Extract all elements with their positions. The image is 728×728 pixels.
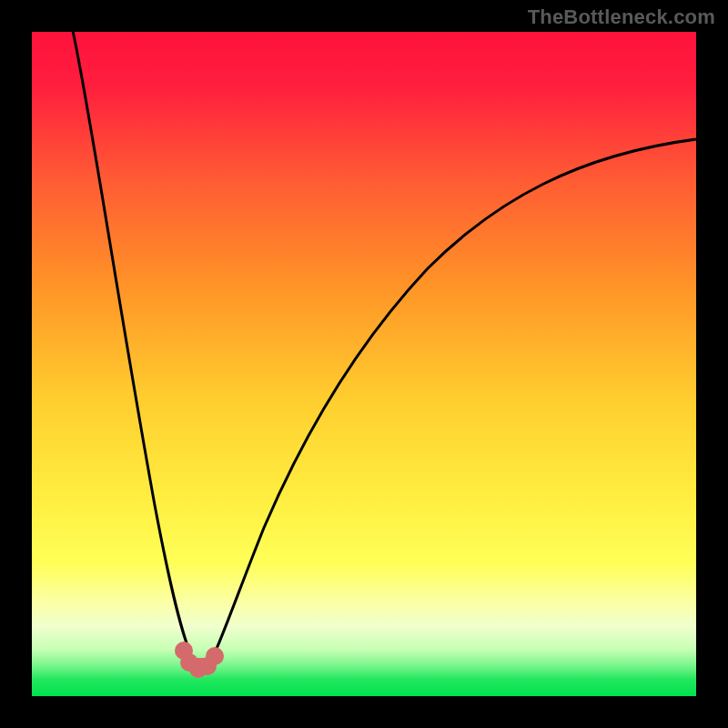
svg-rect-6 — [187, 658, 212, 672]
plot-area — [32, 32, 696, 696]
chart-frame: TheBottleneck.com — [0, 0, 728, 728]
bottleneck-curve — [32, 32, 696, 696]
watermark-text: TheBottleneck.com — [528, 5, 715, 29]
curve-path — [71, 32, 696, 669]
